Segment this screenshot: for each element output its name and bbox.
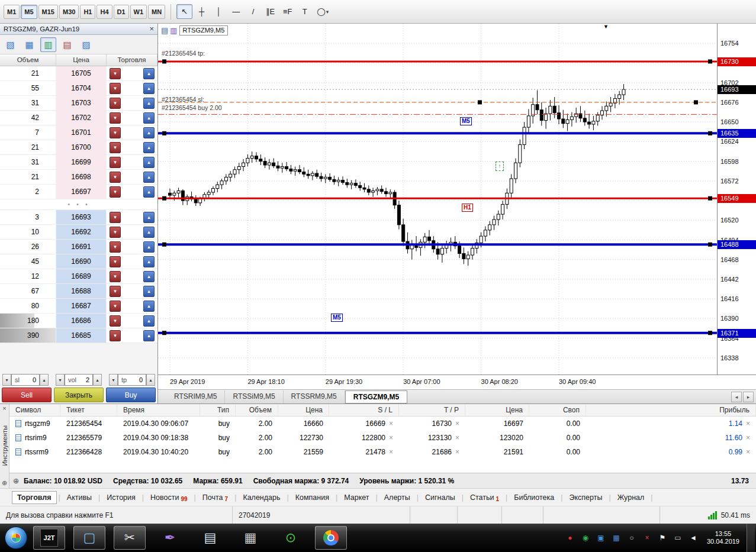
- equidistant-channel-tool-button[interactable]: ∥E: [262, 4, 278, 19]
- sl-increment-button[interactable]: ▴: [40, 374, 49, 386]
- remove-sl-icon[interactable]: ×: [389, 419, 393, 428]
- buy-at-price-button[interactable]: ▴: [143, 68, 155, 79]
- trade-column-header[interactable]: Своп: [529, 404, 586, 416]
- chart-tab[interactable]: RTSSiM9,M5: [225, 390, 283, 403]
- candlestick-chart[interactable]: [158, 24, 717, 375]
- toolbox-tab[interactable]: Статьи1: [465, 492, 504, 503]
- toolbox-tab[interactable]: Новости99: [146, 492, 192, 503]
- dom-header-cell[interactable]: Объем: [0, 54, 56, 66]
- dom-header-cell[interactable]: Торговля: [107, 54, 157, 66]
- sl-decrement-button[interactable]: ▾: [2, 374, 11, 386]
- toolbox-tab[interactable]: Календарь: [238, 492, 285, 503]
- toolbox-tab[interactable]: Торговля: [12, 491, 57, 504]
- timeframe-m5-button[interactable]: M5: [21, 5, 37, 19]
- buy-at-price-button[interactable]: ▴: [143, 256, 155, 267]
- toolbox-tab[interactable]: Сигналы: [420, 492, 460, 503]
- buy-at-price-button[interactable]: ▴: [143, 271, 155, 282]
- sell-at-price-button[interactable]: ▾: [110, 127, 121, 138]
- toolbox-tab[interactable]: История: [102, 492, 140, 503]
- fibonacci-tool-button[interactable]: ≡F: [279, 4, 295, 19]
- buy-at-price-button[interactable]: ▴: [143, 315, 155, 327]
- trading-view-icon-button[interactable]: ▥: [40, 37, 56, 52]
- position-row[interactable]: rtssrm9 212366428 2019.04.30 10:40:20 bu…: [9, 445, 756, 459]
- tp-decrement-button[interactable]: ▾: [109, 374, 118, 386]
- dom-header-cell[interactable]: Цена: [56, 54, 107, 66]
- vol-increment-button[interactable]: ▴: [93, 374, 102, 386]
- dom-row-ask[interactable]: 2 16697 ▾ ▴: [0, 185, 157, 199]
- sell-at-price-button[interactable]: ▾: [110, 241, 121, 253]
- timeframe-m15-button[interactable]: M15: [38, 5, 58, 19]
- trade-column-header[interactable]: Объем: [236, 404, 278, 416]
- sell-at-price-button[interactable]: ▾: [110, 315, 121, 327]
- remove-tp-icon[interactable]: ×: [455, 448, 459, 456]
- flag-tray-icon[interactable]: ⚑: [656, 534, 669, 542]
- vertical-line-tool-button[interactable]: │: [211, 4, 227, 19]
- dom-row-bid[interactable]: 45 16690 ▾ ▴: [0, 254, 157, 269]
- price-axis[interactable]: 1675416728167021667616650166241659816572…: [717, 24, 756, 375]
- trade-column-header[interactable]: Цена: [465, 404, 529, 416]
- display-tray-icon[interactable]: ▭: [671, 534, 684, 542]
- trade-column-header[interactable]: Символ: [9, 404, 60, 416]
- dom-row-ask[interactable]: 21 16705 ▾ ▴: [0, 66, 157, 81]
- notepad-app-taskbar-button[interactable]: ▤: [194, 526, 226, 550]
- chart-tab[interactable]: RTSGZM9,M5: [345, 390, 407, 403]
- dropdown-arrow-icon[interactable]: ▾: [326, 9, 329, 15]
- show-desktop-button[interactable]: [747, 524, 755, 552]
- dom-row-ask[interactable]: 7 16701 ▾ ▴: [0, 125, 157, 140]
- buy-at-price-button[interactable]: ▴: [143, 112, 155, 124]
- sell-at-price-button[interactable]: ▾: [110, 68, 121, 79]
- close-icon[interactable]: ×: [149, 24, 154, 34]
- text-tool-tool-button[interactable]: T: [297, 4, 313, 19]
- cursor-tool-button[interactable]: ↖: [176, 4, 192, 19]
- buy-at-price-button[interactable]: ▴: [143, 212, 155, 223]
- position-row[interactable]: rtsgzm9 212365454 2019.04.30 09:06:07 bu…: [9, 417, 756, 431]
- close-position-icon[interactable]: ×: [746, 419, 750, 428]
- dom-row-ask[interactable]: 42 16702 ▾ ▴: [0, 111, 157, 125]
- toolbox-tab[interactable]: Эксперты: [564, 492, 607, 503]
- dom-row-bid[interactable]: 12 16689 ▾ ▴: [0, 269, 157, 284]
- toolbox-tab[interactable]: Журнал: [613, 492, 649, 503]
- sell-at-price-button[interactable]: ▾: [110, 83, 121, 94]
- tick-chart-icon-button[interactable]: ▧: [2, 37, 18, 52]
- shield-tray-icon[interactable]: ▣: [594, 534, 607, 542]
- chart-tab[interactable]: RTSSRM9,M5: [284, 390, 345, 403]
- remove-sl-icon[interactable]: ×: [389, 434, 393, 442]
- balance-expand-icon[interactable]: ⊕: [13, 477, 19, 485]
- buy-at-price-button[interactable]: ▴: [143, 286, 155, 297]
- buy-at-price-button[interactable]: ▴: [143, 172, 155, 183]
- remote-window-app-taskbar-button[interactable]: ▢: [73, 526, 105, 550]
- timeframe-m30-button[interactable]: M30: [59, 5, 79, 19]
- close-position-icon[interactable]: ×: [746, 434, 750, 442]
- remove-tp-icon[interactable]: ×: [455, 419, 459, 428]
- trade-column-header[interactable]: Цена: [278, 404, 329, 416]
- toolbox-tab[interactable]: Компания: [291, 492, 334, 503]
- dom-row-ask[interactable]: 21 16698 ▾ ▴: [0, 170, 157, 185]
- toolbox-close-icon[interactable]: ×: [2, 405, 6, 412]
- sell-at-price-button[interactable]: ▾: [110, 227, 121, 238]
- sl-input[interactable]: sl0: [11, 374, 40, 386]
- time-sales-icon-button[interactable]: ▨: [78, 37, 94, 52]
- trade-column-header[interactable]: T / P: [399, 404, 465, 416]
- alert-tray-icon[interactable]: ●: [564, 534, 577, 542]
- buy-at-price-button[interactable]: ▴: [143, 227, 155, 238]
- chrome-app-taskbar-button[interactable]: [315, 526, 347, 550]
- buy-at-price-button[interactable]: ▴: [143, 301, 155, 312]
- remove-sl-icon[interactable]: ×: [389, 448, 393, 456]
- toolbox-tab[interactable]: Активы: [62, 492, 96, 503]
- dom-row-bid[interactable]: 80 16687 ▾ ▴: [0, 299, 157, 314]
- dom-row-ask[interactable]: 31 16699 ▾ ▴: [0, 155, 157, 170]
- chart-window[interactable]: #212365454 tp:#212365454 sl:#212365454 b…: [158, 24, 756, 389]
- dom-row-ask[interactable]: 21 16700 ▾ ▴: [0, 140, 157, 155]
- sell-at-price-button[interactable]: ▾: [110, 330, 121, 341]
- shapes-tool-button[interactable]: ◯▾: [314, 4, 332, 19]
- keyboard-app-taskbar-button[interactable]: ▦: [234, 526, 266, 550]
- tabs-scroll-left-button[interactable]: ◂: [731, 392, 742, 402]
- j2t-app-taskbar-button[interactable]: J2T: [33, 526, 65, 550]
- buy-at-price-button[interactable]: ▴: [143, 241, 155, 253]
- sell-at-price-button[interactable]: ▾: [110, 142, 121, 153]
- trade-column-header[interactable]: Тип: [200, 404, 236, 416]
- dom-row-bid[interactable]: 180 16686 ▾ ▴: [0, 314, 157, 328]
- sell-at-price-button[interactable]: ▾: [110, 98, 121, 109]
- buy-at-price-button[interactable]: ▴: [143, 330, 155, 341]
- timeframe-m1-button[interactable]: M1: [4, 5, 20, 19]
